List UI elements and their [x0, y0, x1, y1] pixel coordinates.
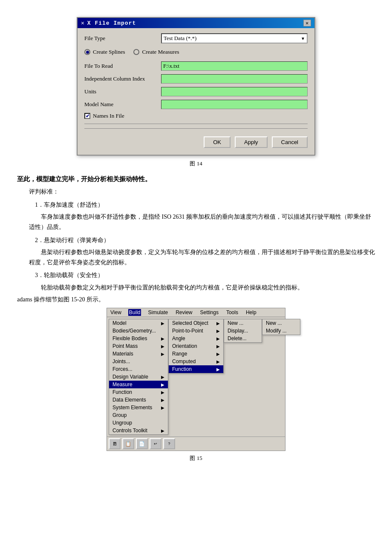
- sub-menu-item-orientation[interactable]: Orientation ▶: [169, 342, 223, 350]
- toolbar-btn-1[interactable]: 🖹: [109, 438, 121, 449]
- menus-row: Model ▶ Bodies/Geometry... Flexible Bodi…: [109, 319, 300, 435]
- menu-item-flexible[interactable]: Flexible Bodies ▶: [109, 335, 168, 342]
- apply-button[interactable]: Apply: [235, 136, 268, 148]
- menu-topbar: View Build Simulate Review Settings Tool…: [107, 308, 285, 317]
- menu-item-forces[interactable]: Forces...: [109, 365, 168, 373]
- checkbox-row: ✔ Names In File: [84, 113, 308, 119]
- submenu-measure: Selected Object ▶ Point-to-Point ▶ Angle…: [168, 319, 224, 373]
- toolbar-btn-2[interactable]: 📋: [122, 438, 134, 449]
- criteria-2-body: 悬架动行程参数也叫做悬架动挠度参数，定义为车轮与车身的位移之差的均方根值，用于描…: [29, 247, 375, 268]
- text-content: 至此，模型建立完毕，开始分析相关振动特性。 评判标准： 1．车身加速度（舒适性）…: [17, 175, 375, 304]
- menu-item-controls[interactable]: Controls Toolkit ▶: [109, 427, 168, 434]
- checkbox-label: Names In File: [93, 113, 124, 119]
- menu-item-bodies[interactable]: Bodies/Geometry...: [109, 327, 168, 335]
- menu-item-measure[interactable]: Measure ▶: [109, 381, 168, 388]
- col-index-input[interactable]: [161, 74, 308, 84]
- radio-create-splines[interactable]: Create Splines: [84, 49, 125, 55]
- sub3-menu-item-modify[interactable]: Modify ...: [262, 327, 300, 335]
- submenu-function: New ... Display... Delete...: [224, 319, 262, 343]
- menu-screenshot-wrapper: View Build Simulate Review Settings Tool…: [17, 308, 375, 451]
- toolbar-row: 🖹 📋 📄 ↩ ?: [107, 436, 285, 451]
- menu-area: Model ▶ Bodies/Geometry... Flexible Bodi…: [107, 317, 285, 436]
- sub-menu-item-computed[interactable]: Computed ▶: [169, 358, 223, 365]
- names-in-file-checkbox[interactable]: ✔ Names In File: [84, 113, 124, 119]
- fig15-label: 图 15: [17, 454, 375, 462]
- filetype-label: File Type: [84, 35, 161, 42]
- menu-item-designvar[interactable]: Design Variable ▶: [109, 373, 168, 381]
- toolbar-btn-4[interactable]: ↩: [150, 438, 161, 449]
- arrow-icon: ▶: [216, 336, 220, 341]
- menu-view[interactable]: View: [110, 309, 122, 316]
- menu-item-joints[interactable]: Joints...: [109, 358, 168, 365]
- filetype-row: File Type Test Data (*.*) ▼: [84, 33, 308, 43]
- arrow-icon: ▶: [216, 367, 220, 372]
- file-input[interactable]: F:\x.txt: [161, 61, 308, 71]
- arrow-icon: ▶: [161, 390, 164, 395]
- menu-tools[interactable]: Tools: [225, 309, 239, 316]
- menu-item-dataelements[interactable]: Data Elements ▶: [109, 396, 168, 404]
- radio-create-measures[interactable]: Create Measures: [133, 49, 179, 55]
- sub2-menu-item-display[interactable]: Display...: [224, 327, 262, 335]
- menu-item-function[interactable]: Function ▶: [109, 388, 168, 396]
- checkbox-checked-icon: ✔: [84, 113, 90, 119]
- file-label: File To Read: [84, 63, 161, 69]
- ok-button[interactable]: OK: [204, 136, 231, 148]
- arrow-icon: ▶: [161, 344, 164, 349]
- dialog-separator2: [84, 128, 308, 129]
- cancel-button[interactable]: Cancel: [272, 136, 308, 148]
- close-button[interactable]: ✕: [303, 20, 311, 26]
- radio-measures-label: Create Measures: [142, 49, 179, 55]
- filetype-select[interactable]: Test Data (*.*) ▼: [161, 33, 308, 43]
- dropdown-arrow-icon: ▼: [301, 36, 305, 41]
- radio-dot-measures: [133, 49, 139, 55]
- arrow-icon: ▶: [216, 321, 220, 326]
- sub-menu-item-range[interactable]: Range ▶: [169, 350, 223, 358]
- arrow-icon: ▶: [216, 359, 220, 364]
- criteria-2-title: 2．悬架动行程（弹簧寿命）: [35, 235, 375, 246]
- menu-settings[interactable]: Settings: [199, 309, 219, 316]
- criteria-1-title: 1．车身加速度（舒适性）: [35, 199, 375, 210]
- sub-menu-item-point[interactable]: Point-to-Point ▶: [169, 327, 223, 335]
- menu-item-materials[interactable]: Materials ▶: [109, 350, 168, 358]
- file-read-row: File To Read F:\x.txt: [84, 61, 308, 71]
- menu-item-model[interactable]: Model ▶: [109, 319, 168, 327]
- fig14-label: 图 14: [17, 160, 375, 168]
- units-label: Units: [84, 88, 161, 95]
- submenu-function-panel: New ... Display... Delete...: [224, 319, 262, 343]
- menu-simulate[interactable]: Simulate: [147, 309, 169, 316]
- toolbar-btn-5[interactable]: ?: [163, 438, 175, 449]
- menu-item-pointmass[interactable]: Point Mass ▶: [109, 342, 168, 350]
- criteria-3-body: 轮胎动载荷参数定义为相对于静平衡位置的轮胎载荷变化的均方根值，它是评价操纵稳定性…: [29, 283, 375, 293]
- radio-splines-label: Create Splines: [93, 49, 125, 55]
- sub-menu-item-function[interactable]: Function ▶: [169, 365, 223, 373]
- sub-menu-item-selected-obj[interactable]: Selected Object ▶: [169, 319, 223, 327]
- menu-item-group[interactable]: Group: [109, 411, 168, 419]
- radio-dot-splines: [84, 49, 90, 55]
- adams-note: adams 操作细节如图 15-20 所示。: [17, 296, 375, 304]
- menu-item-ungroup[interactable]: Ungroup: [109, 419, 168, 427]
- model-name-input[interactable]: [161, 100, 308, 109]
- sub2-menu-item-new[interactable]: New ...: [224, 319, 262, 327]
- arrow-icon: ▶: [161, 321, 164, 326]
- menu-build[interactable]: Build: [128, 309, 141, 316]
- dialog-title-left: ✕ X File Import: [81, 20, 136, 26]
- section-title: 至此，模型建立完毕，开始分析相关振动特性。: [17, 175, 375, 183]
- sub-menu-item-angle[interactable]: Angle ▶: [169, 335, 223, 342]
- dialog-separator: [84, 124, 308, 124]
- menu-item-systemelements[interactable]: System Elements ▶: [109, 404, 168, 411]
- toolbar-btn-3[interactable]: 📄: [136, 438, 148, 449]
- arrow-icon: ▶: [161, 352, 164, 356]
- menu-review[interactable]: Review: [175, 309, 193, 316]
- radio-row: Create Splines Create Measures: [84, 47, 308, 57]
- units-input[interactable]: [161, 87, 308, 96]
- arrow-icon: ▶: [216, 344, 220, 349]
- menu-help[interactable]: Help: [245, 309, 257, 316]
- file-value: F:\x.txt: [163, 63, 179, 69]
- submenu-modify: New ... Modify ...: [262, 319, 300, 335]
- sub3-menu-item-new[interactable]: New ...: [262, 319, 300, 327]
- filetype-value: Test Data (*.*): [164, 35, 196, 42]
- dialog-x-icon: ✕: [81, 20, 85, 26]
- sub2-menu-item-delete[interactable]: Delete...: [224, 335, 262, 342]
- arrow-icon: ▶: [216, 329, 220, 333]
- criteria-3-title: 3．轮胎动载荷（安全性）: [35, 270, 375, 280]
